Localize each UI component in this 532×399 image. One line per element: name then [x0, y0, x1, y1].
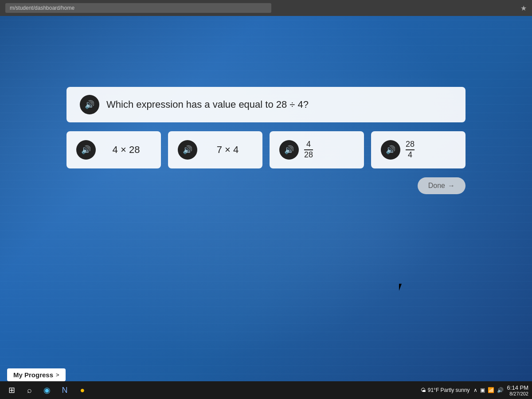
chevron-right-icon: >	[56, 372, 59, 378]
question-speaker-button[interactable]: 🔊	[80, 95, 99, 114]
weather-icon: 🌤	[421, 387, 426, 393]
option4-fraction: 28 4	[406, 140, 415, 160]
question-card: 🔊 Which expression has a value equal to …	[66, 87, 466, 122]
notepad-icon[interactable]: N	[57, 382, 73, 398]
answer-options-row: 🔊 4 × 28 🔊 7 × 4 🔊 4 28 🔊	[66, 131, 466, 168]
my-progress-label: My Progress	[13, 371, 53, 379]
system-tray[interactable]: ∧ ▣ 📶 🔊	[473, 387, 504, 393]
option1-speaker-button[interactable]: 🔊	[76, 140, 96, 160]
weather-widget[interactable]: 🌤 91°F Partly sunny	[421, 387, 470, 393]
option4-speaker-button[interactable]: 🔊	[381, 140, 400, 160]
fraction-numerator: 28	[406, 140, 415, 150]
search-taskbar-button[interactable]: ⌕	[21, 382, 37, 398]
option1-text: 4 × 28	[101, 144, 151, 156]
taskbar-left: ⊞ ⌕ ◉ N ●	[4, 382, 90, 398]
speaker-icon: 🔊	[85, 100, 94, 110]
option2-speaker-button[interactable]: 🔊	[178, 140, 197, 160]
main-content-area: 🔊 Which expression has a value equal to …	[0, 16, 532, 368]
done-label: Done	[428, 182, 445, 190]
browser-chrome: m/student/dashboard/home ★	[0, 0, 532, 16]
done-arrow-icon: →	[448, 182, 455, 190]
clock-time: 6:14 PM	[507, 384, 528, 391]
question-text: Which expression has a value equal to 28…	[106, 99, 309, 110]
windows-taskbar: ⊞ ⌕ ◉ N ● 🌤 91°F Partly sunny ∧ ▣ 📶 🔊 6:…	[0, 381, 532, 399]
option2-text: 7 × 4	[203, 144, 253, 156]
taskbar-right: 🌤 91°F Partly sunny ∧ ▣ 📶 🔊 6:14 PM 8/27…	[421, 384, 528, 396]
volume-icon: 🔊	[497, 387, 504, 393]
option-fraction-4-28[interactable]: 🔊 4 28	[270, 131, 364, 168]
clock-date: 8/27/202	[507, 391, 528, 396]
fraction-denominator: 4	[406, 150, 415, 160]
display-icon: ▣	[480, 387, 485, 393]
my-progress-button[interactable]: My Progress >	[7, 368, 66, 381]
edge-browser-icon[interactable]: ◉	[39, 382, 55, 398]
option3-speaker-button[interactable]: 🔊	[279, 140, 299, 160]
clock-widget[interactable]: 6:14 PM 8/27/202	[507, 384, 528, 396]
speaker-icon: 🔊	[183, 145, 192, 155]
start-menu-button[interactable]: ⊞	[4, 382, 20, 398]
bookmark-star-icon[interactable]: ★	[520, 4, 527, 12]
option-7x4[interactable]: 🔊 7 × 4	[168, 131, 262, 168]
speaker-icon: 🔊	[386, 145, 395, 155]
done-button[interactable]: Done →	[418, 177, 466, 194]
option-fraction-28-4[interactable]: 🔊 28 4	[371, 131, 466, 168]
weather-text: 91°F Partly sunny	[428, 387, 470, 393]
url-bar[interactable]: m/student/dashboard/home	[5, 3, 271, 13]
fraction-numerator: 4	[304, 140, 313, 150]
option-4x28[interactable]: 🔊 4 × 28	[66, 131, 161, 168]
bottom-bar: My Progress >	[0, 368, 532, 381]
speaker-icon: 🔊	[81, 145, 91, 155]
option3-fraction: 4 28	[304, 140, 313, 160]
done-area: Done →	[66, 177, 466, 194]
network-icon: 📶	[488, 387, 494, 393]
fraction-denominator: 28	[304, 150, 313, 160]
speaker-icon: 🔊	[284, 145, 294, 155]
chevron-up-icon: ∧	[473, 387, 477, 393]
chrome-icon[interactable]: ●	[74, 382, 90, 398]
